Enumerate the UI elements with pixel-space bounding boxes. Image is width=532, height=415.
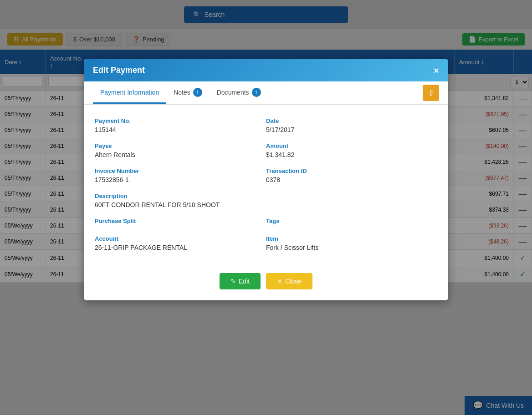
tags-field: Tags (266, 214, 437, 232)
amount-label: Amount (266, 142, 437, 149)
tab-payment-information[interactable]: Payment Information (93, 82, 166, 104)
documents-badge: 1 (252, 88, 261, 97)
date-field: Date 5/17/2017 (266, 114, 437, 139)
invoice-value: 17532856-1 (95, 176, 266, 183)
date-value: 5/17/2017 (266, 126, 437, 133)
transaction-field: Transaction ID 0378 (266, 164, 437, 189)
payee-value: Ahern Rentals (95, 151, 266, 158)
invoice-label: Invoice Number (95, 167, 266, 174)
tags-label: Tags (266, 218, 437, 224)
tab-notes[interactable]: Notes 1 (166, 81, 210, 105)
description-value: 60FT CONDOR RENTAL FOR 5/10 SHOOT (95, 201, 437, 208)
payment-no-value: 115144 (95, 126, 266, 133)
invoice-field: Invoice Number 17532856-1 (95, 164, 266, 189)
purchase-split-label: Purchase Split (95, 218, 266, 224)
transaction-value: 0378 (266, 176, 437, 183)
modal-overlay: Edit Payment × Payment Information Notes… (0, 0, 532, 415)
edit-icon: ✎ (230, 278, 236, 285)
payment-no-field: Payment No. 115144 (95, 114, 266, 139)
payee-label: Payee (95, 142, 266, 149)
item-value: Fork / Scissor Lifts (266, 244, 437, 251)
purchase-split-field: Purchase Split (95, 214, 266, 232)
date-label: Date (266, 117, 437, 124)
form-grid: Payment No. 115144 Date 5/17/2017 Payee … (95, 114, 437, 257)
modal-title: Edit Payment (93, 66, 145, 75)
modal-header: Edit Payment × (84, 59, 448, 81)
edit-button[interactable]: ✎ Edit (220, 273, 261, 289)
up-arrow-button[interactable]: ⇧ (423, 85, 439, 101)
amount-field: Amount $1,341.82 (266, 139, 437, 164)
modal-close-button[interactable]: × (434, 66, 439, 75)
payee-field: Payee Ahern Rentals (95, 139, 266, 164)
description-label: Description (95, 192, 437, 199)
notes-badge: 1 (193, 88, 202, 97)
payment-no-label: Payment No. (95, 117, 266, 124)
modal-tabs: Payment Information Notes 1 Documents 1 … (84, 81, 448, 105)
close-x-icon: ✕ (277, 278, 282, 285)
account-field: Account 26-11-GRIP PACKAGE RENTAL (95, 232, 266, 257)
modal-body: Payment No. 115144 Date 5/17/2017 Payee … (84, 105, 448, 266)
item-label: Item (266, 235, 437, 242)
account-label: Account (95, 235, 266, 242)
tab-documents[interactable]: Documents 1 (210, 81, 268, 105)
edit-payment-modal: Edit Payment × Payment Information Notes… (84, 59, 448, 300)
close-button[interactable]: ✕ Close (266, 273, 312, 289)
transaction-label: Transaction ID (266, 167, 437, 174)
item-field: Item Fork / Scissor Lifts (266, 232, 437, 257)
amount-value: $1,341.82 (266, 151, 437, 158)
account-value: 26-11-GRIP PACKAGE RENTAL (95, 244, 266, 251)
description-field: Description 60FT CONDOR RENTAL FOR 5/10 … (95, 189, 437, 214)
modal-footer: ✎ Edit ✕ Close (84, 266, 448, 300)
